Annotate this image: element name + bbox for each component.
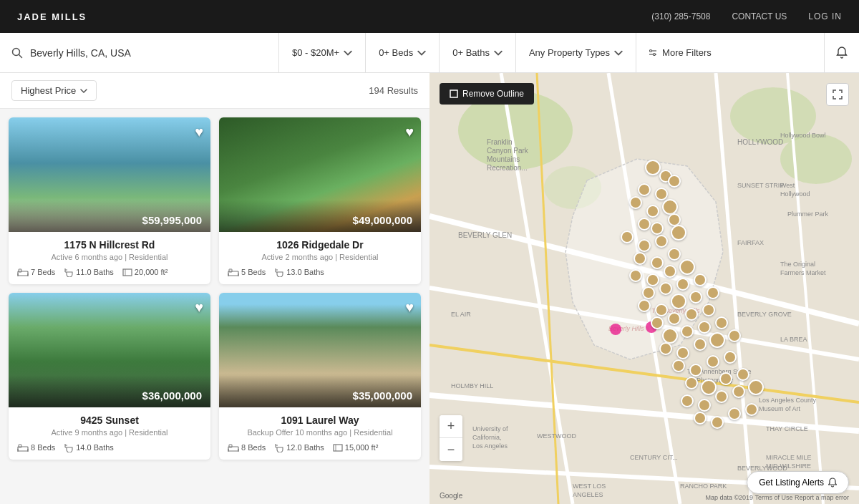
svg-text:LA BREA: LA BREA: [780, 336, 807, 343]
baths-detail: 14.0 Baths: [64, 442, 114, 452]
bed-icon: [228, 443, 239, 452]
map-zoom-controls: + −: [440, 415, 462, 461]
svg-text:THAY CIRCLE: THAY CIRCLE: [766, 425, 808, 432]
favorite-button[interactable]: ♥: [195, 300, 203, 314]
price-tag: $49,000,000: [219, 200, 421, 232]
svg-text:for Photography: for Photography: [687, 377, 734, 384]
svg-text:MIRACLE MILE: MIRACLE MILE: [766, 454, 812, 461]
beds-detail: 8 Beds: [17, 443, 55, 452]
baths-filter-button[interactable]: 0+ Baths: [440, 33, 516, 72]
beds-filter-label: 0+ Beds: [379, 47, 413, 58]
price-tag: $36,000,000: [9, 375, 210, 407]
more-filters-label: More Filters: [662, 47, 712, 58]
svg-text:University of: University of: [472, 425, 508, 432]
contact-us-link[interactable]: CONTACT US: [732, 11, 787, 21]
property-details: 8 Beds 12.0 Baths 15,000 ft²: [228, 442, 412, 452]
notifications-bell-button[interactable]: [824, 33, 859, 72]
top-nav-right: (310) 285-7508 CONTACT US LOG IN: [651, 11, 842, 21]
sqft-value: 20,000 ft²: [135, 268, 168, 276]
svg-text:BEVERLY GLEN: BEVERLY GLEN: [458, 231, 512, 239]
zoom-in-button[interactable]: +: [440, 415, 462, 438]
property-card[interactable]: ♥ $59,995,000 1175 N Hillcrest Rd Active…: [9, 117, 210, 284]
svg-rect-84: [450, 90, 457, 97]
property-image: ♥ $36,000,000: [9, 293, 210, 407]
beds-detail: 7 Beds: [17, 268, 55, 276]
map-expand-button[interactable]: [826, 83, 849, 106]
svg-rect-28: [334, 445, 342, 451]
map-background: Franklin Canyon Park Mountains Recreatio…: [430, 73, 859, 504]
favorite-button[interactable]: ♥: [195, 125, 203, 139]
card-body: 1091 Laurel Way Backup Offer 10 months a…: [219, 407, 421, 460]
property-grid: ♥ $59,995,000 1175 N Hillcrest Rd Active…: [0, 109, 430, 468]
property-address: 1175 N Hillcrest Rd: [17, 239, 202, 251]
listing-alert-label: Get Listing Alerts: [759, 478, 824, 488]
svg-text:Farmers Market: Farmers Market: [780, 269, 826, 276]
search-bar: Beverly Hills, CA, USA $0 - $20M+ 0+ Bed…: [0, 33, 859, 73]
property-details: 5 Beds 13.0 Baths: [228, 267, 412, 277]
property-card[interactable]: ♥ $49,000,000 1026 Ridgedale Dr Active 2…: [219, 117, 421, 284]
svg-text:WEST LOS: WEST LOS: [573, 483, 606, 490]
baths-value: 14.0 Baths: [76, 443, 114, 452]
svg-text:RANCHO PARK: RANCHO PARK: [680, 483, 727, 490]
bed-icon: [17, 268, 29, 276]
card-body: 1175 N Hillcrest Rd Active 6 months ago …: [9, 232, 210, 284]
zoom-out-button[interactable]: −: [440, 438, 462, 461]
chevron-down-icon: [614, 49, 623, 57]
price-tag: $35,000,000: [219, 375, 421, 407]
svg-point-5: [654, 53, 656, 55]
svg-text:Recreation...: Recreation...: [487, 164, 528, 172]
beds-value: 8 Beds: [241, 443, 266, 452]
baths-detail: 11.0 Baths: [64, 267, 114, 277]
svg-text:The Annenberg Space: The Annenberg Space: [687, 368, 752, 375]
svg-text:West: West: [780, 182, 795, 189]
property-address: 1091 Laurel Way: [228, 415, 412, 426]
bath-icon: [274, 442, 284, 452]
svg-text:FAIRFAX: FAIRFAX: [737, 239, 764, 246]
map-panel: Franklin Canyon Park Mountains Recreatio…: [430, 73, 859, 504]
sort-bar: Highest Price 194 Results: [0, 73, 430, 109]
location-search-input[interactable]: Beverly Hills, CA, USA: [30, 47, 267, 59]
square-icon: [450, 89, 458, 98]
main-content: Highest Price 194 Results ♥ $59,995,000 …: [0, 73, 859, 504]
bell-icon: [836, 47, 848, 59]
svg-text:ANGELES: ANGELES: [573, 491, 603, 498]
price-tag: $59,995,000: [9, 200, 210, 232]
svg-text:CENTURY CIT...: CENTURY CIT...: [630, 454, 678, 461]
svg-text:The Original: The Original: [780, 261, 815, 268]
sqft-detail: 15,000 ft²: [333, 442, 378, 452]
property-details: 7 Beds 11.0 Baths 20,000 ft²: [17, 267, 202, 277]
remove-outline-button[interactable]: Remove Outline: [440, 83, 534, 105]
baths-filter-label: 0+ Baths: [452, 47, 490, 58]
chevron-down-icon: [344, 49, 352, 57]
property-types-label: Any Property Types: [529, 47, 610, 58]
svg-text:Mountains: Mountains: [487, 155, 520, 163]
area-icon: [122, 267, 132, 277]
beds-filter-button[interactable]: 0+ Beds: [366, 33, 440, 72]
property-status: Active 9 months ago | Residential: [17, 428, 202, 437]
left-panel: Highest Price 194 Results ♥ $59,995,000 …: [0, 73, 430, 504]
sqft-detail: 20,000 ft²: [122, 267, 168, 277]
sort-button[interactable]: Highest Price: [11, 80, 97, 101]
property-card[interactable]: ♥ $36,000,000 9425 Sunset Active 9 month…: [9, 293, 210, 460]
property-types-filter-button[interactable]: Any Property Types: [516, 33, 636, 72]
favorite-button[interactable]: ♥: [405, 125, 414, 139]
svg-text:Franklin: Franklin: [487, 138, 513, 146]
listing-alerts-button[interactable]: Get Listing Alerts: [747, 471, 849, 494]
chevron-down-icon: [417, 49, 426, 57]
price-filter-button[interactable]: $0 - $20M+: [279, 33, 366, 72]
login-link[interactable]: LOG IN: [808, 11, 842, 21]
svg-text:Hollywood Bowl: Hollywood Bowl: [780, 132, 826, 139]
property-status: Active 2 months ago | Residential: [228, 253, 412, 261]
phone-number[interactable]: (310) 285-7508: [651, 11, 710, 21]
svg-point-33: [780, 134, 852, 184]
property-image: ♥ $35,000,000: [219, 293, 421, 407]
more-filters-button[interactable]: More Filters: [636, 33, 723, 72]
svg-text:Los Angeles: Los Angeles: [472, 442, 508, 450]
baths-value: 12.0 Baths: [286, 443, 324, 452]
svg-line-1: [19, 54, 22, 57]
favorite-button[interactable]: ♥: [405, 300, 414, 314]
property-card[interactable]: ♥ $35,000,000 1091 Laurel Way Backup Off…: [219, 293, 421, 460]
beds-detail: 5 Beds: [228, 268, 266, 276]
bed-icon: [228, 268, 239, 276]
bath-icon: [64, 267, 74, 277]
